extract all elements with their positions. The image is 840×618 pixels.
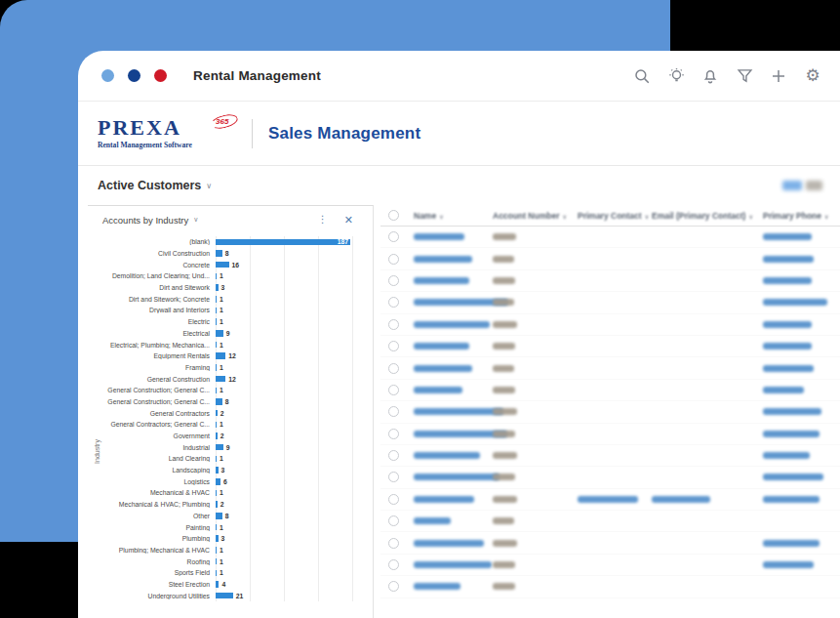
row-checkbox[interactable] [388,319,399,330]
bar[interactable] [216,467,219,474]
row-checkbox[interactable] [388,363,399,374]
table-row[interactable] [380,467,840,488]
row-checkbox[interactable] [388,385,399,395]
bar[interactable] [216,364,217,371]
primary-phone-cell-redacted[interactable] [763,496,820,503]
column-header-email[interactable]: Email (Primary Contact)∨ [652,211,763,221]
window-dot-navy[interactable] [128,69,140,82]
table-row[interactable] [380,357,840,379]
primary-phone-cell-redacted[interactable] [763,452,810,459]
primary-phone-cell-redacted[interactable] [763,387,804,393]
bar[interactable] [216,318,217,325]
settings-gear-icon[interactable]: ⚙ [803,66,822,86]
bar[interactable] [216,410,218,417]
bar[interactable] [216,593,233,599]
bar[interactable] [216,262,229,268]
bar[interactable] [216,570,217,577]
bar[interactable] [216,444,223,451]
bar[interactable] [216,490,217,497]
table-row[interactable] [380,292,840,313]
primary-phone-cell-redacted[interactable] [763,321,812,328]
name-cell-redacted[interactable] [414,365,472,372]
more-options-icon[interactable]: ⋮ [318,215,328,225]
bar[interactable] [216,296,217,303]
bar[interactable] [216,398,222,405]
row-checkbox[interactable] [388,429,399,439]
name-cell-redacted[interactable] [414,321,490,328]
primary-phone-cell-redacted[interactable] [763,233,812,240]
name-cell-redacted[interactable] [414,474,500,480]
add-icon[interactable] [769,66,788,86]
row-checkbox[interactable] [388,406,399,417]
bar[interactable] [216,513,222,519]
lightbulb-icon[interactable] [666,66,686,86]
table-row[interactable] [380,424,840,445]
bar[interactable] [216,535,219,542]
row-checkbox[interactable] [388,341,399,351]
bar[interactable] [216,342,217,349]
primary-phone-cell-redacted[interactable] [763,277,812,284]
bar[interactable] [216,308,217,314]
row-checkbox[interactable] [388,231,399,242]
row-checkbox[interactable] [388,254,399,265]
bar[interactable] [216,501,218,508]
primary-phone-cell-redacted[interactable] [763,256,814,263]
row-checkbox[interactable] [388,494,399,505]
column-header-primary-contact[interactable]: Primary Contact∨ [578,211,652,221]
column-header-primary-phone[interactable]: Primary Phone∨ [763,211,840,221]
table-row[interactable] [380,555,840,576]
bar[interactable] [216,284,219,291]
bar[interactable] [216,524,217,531]
column-header-account-number[interactable]: Account Number∨ [493,211,578,221]
bar[interactable] [216,330,223,337]
bar[interactable] [216,456,217,463]
name-cell-redacted[interactable] [414,408,503,415]
primary-phone-cell-redacted[interactable] [763,365,814,372]
table-row[interactable] [380,336,840,357]
row-checkbox[interactable] [388,472,399,482]
bar[interactable] [216,273,217,280]
row-checkbox[interactable] [388,275,399,286]
select-all-checkbox[interactable] [388,210,399,221]
bar[interactable] [216,478,220,485]
table-row[interactable] [380,445,840,467]
table-row[interactable] [380,532,840,554]
table-row[interactable] [380,314,840,336]
name-cell-redacted[interactable] [414,233,464,240]
table-row[interactable] [380,576,840,597]
bar[interactable] [216,547,217,554]
bar[interactable] [216,581,219,588]
name-cell-redacted[interactable] [414,561,492,568]
name-cell-redacted[interactable] [414,387,462,393]
window-dot-blue[interactable] [101,69,114,82]
bar[interactable] [216,352,225,359]
table-row[interactable] [380,489,840,511]
primary-phone-cell-redacted[interactable] [763,299,827,306]
name-cell-redacted[interactable] [414,517,451,524]
name-cell-redacted[interactable] [414,256,472,263]
primary-phone-cell-redacted[interactable] [763,474,823,480]
primary-phone-cell-redacted[interactable] [763,431,820,437]
table-row[interactable] [380,248,840,269]
row-checkbox[interactable] [388,581,399,592]
window-dot-red[interactable] [154,69,167,82]
primary-phone-cell-redacted[interactable] [763,561,814,568]
bar[interactable] [216,422,217,429]
name-cell-redacted[interactable] [414,540,484,547]
primary-phone-cell-redacted[interactable] [763,408,821,415]
row-checkbox[interactable] [388,559,399,570]
table-row[interactable] [380,270,840,292]
row-checkbox[interactable] [388,450,399,461]
name-cell-redacted[interactable] [414,277,469,284]
primary-phone-cell-redacted[interactable] [763,343,812,350]
close-icon[interactable]: ✕ [344,215,353,226]
bell-icon[interactable] [700,66,720,86]
bar[interactable] [216,250,222,257]
table-row[interactable] [380,401,840,423]
bar[interactable] [216,388,217,394]
primary-phone-cell-redacted[interactable] [763,540,820,547]
bar[interactable] [216,558,217,565]
bar[interactable] [216,433,218,439]
email-cell-redacted[interactable] [652,496,710,503]
name-cell-redacted[interactable] [414,452,480,459]
